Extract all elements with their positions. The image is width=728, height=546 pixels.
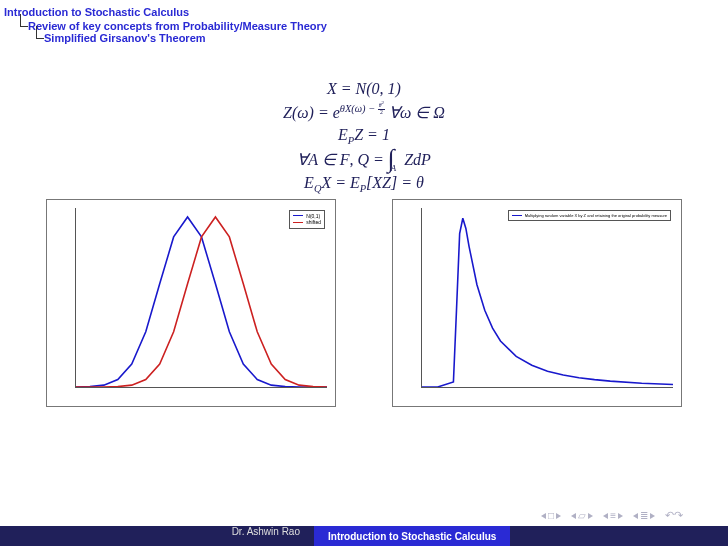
tree-elbow-icon [30, 32, 44, 44]
equation-5: EQX = EP[XZ] = θ [0, 174, 728, 194]
chart-left-legend: N(0,1) shifted [289, 210, 325, 229]
chart-row: N(0,1) shifted Multiplying random variab… [0, 199, 728, 407]
triangle-left-icon [571, 513, 576, 519]
equation-1: X = N(0, 1) [0, 80, 728, 98]
chart-left-plot [76, 208, 327, 387]
equation-4: ∀A ∈ F, Q = ∫A ZdP [0, 150, 728, 170]
footer-title: Introduction to Stochastic Calculus [314, 526, 510, 546]
triangle-right-icon [556, 513, 561, 519]
equation-3: EPZ = 1 [0, 126, 728, 146]
chart-left-axes [75, 208, 327, 388]
legend-label: shifted [306, 219, 321, 226]
nav-prev-subsection[interactable]: ≣ [633, 511, 655, 521]
legend-swatch-icon [293, 222, 303, 223]
equations-block: X = N(0, 1) Z(ω) = eθX(ω) − θ22 ∀ω ∈ Ω E… [0, 80, 728, 195]
outline-row-1: Review of key concepts from Probability/… [12, 20, 724, 32]
outline-row-2: Simplified Girsanov's Theorem [28, 32, 724, 44]
nav-back-forward[interactable]: ↶↷ [665, 509, 682, 522]
nav-first-slide[interactable]: □ [541, 511, 561, 521]
footer-author: Dr. Ashwin Rao [218, 526, 314, 546]
tree-elbow-icon [14, 20, 28, 32]
triangle-left-icon [603, 513, 608, 519]
legend-label: Multiplying random variable X by Z and r… [525, 213, 667, 218]
triangle-left-icon [541, 513, 546, 519]
chart-right-plot [422, 208, 673, 387]
redo-icon: ↷ [674, 509, 682, 522]
nav-prev-section[interactable]: ≡ [603, 511, 623, 521]
outline-level-1: Review of key concepts from Probability/… [28, 20, 327, 32]
outline-level-0: Introduction to Stochastic Calculus [4, 6, 724, 18]
undo-icon: ↶ [665, 509, 673, 522]
triangle-right-icon [618, 513, 623, 519]
triangle-left-icon [633, 513, 638, 519]
chart-right: Multiplying random variable X by Z and r… [392, 199, 682, 407]
nav-prev-frame[interactable]: ▱ [571, 511, 593, 521]
equation-2: Z(ω) = eθX(ω) − θ22 ∀ω ∈ Ω [0, 102, 728, 122]
legend-swatch-icon [512, 215, 522, 216]
chart-right-axes [421, 208, 673, 388]
triangle-right-icon [588, 513, 593, 519]
outline: Introduction to Stochastic Calculus Revi… [0, 0, 728, 44]
chart-right-legend: Multiplying random variable X by Z and r… [508, 210, 671, 221]
outline-level-2: Simplified Girsanov's Theorem [44, 32, 206, 44]
chart-left: N(0,1) shifted [46, 199, 336, 407]
footer: Dr. Ashwin Rao Introduction to Stochasti… [0, 526, 728, 546]
beamer-nav: □ ▱ ≡ ≣ ↶↷ [541, 509, 682, 522]
triangle-right-icon [650, 513, 655, 519]
legend-swatch-icon [293, 215, 303, 216]
